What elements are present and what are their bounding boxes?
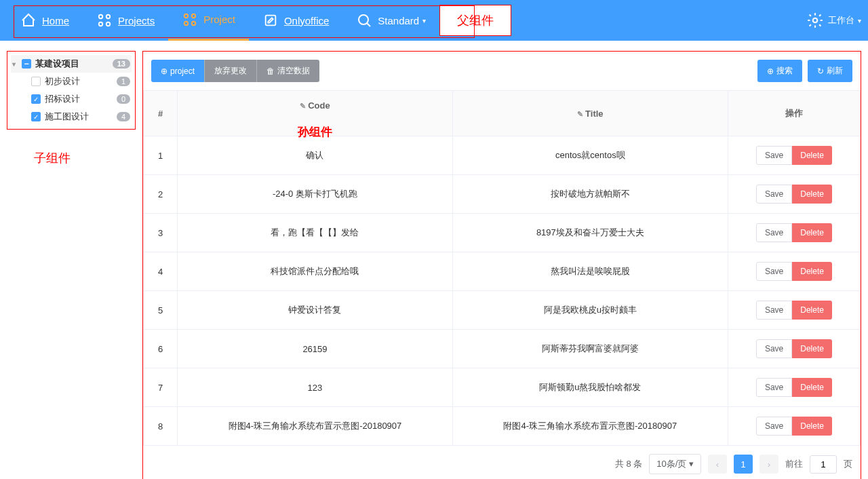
next-page-button[interactable]: › [760,455,778,474]
tree-item[interactable]: ✓ 施工图设计 4 [11,108,132,126]
home-icon [20,12,37,28]
tree-item-count: 4 [117,112,130,121]
clear-button[interactable]: 🗑清空数据 [256,60,319,82]
cell-title[interactable]: 8197埃及和奋斗万爱士大夫 [452,214,728,252]
cell-num: 4 [144,252,178,291]
cell-code[interactable]: 确认 [178,136,453,175]
save-button[interactable]: Save [756,185,792,204]
checkbox-checked[interactable]: ✓ [31,94,41,104]
tree-root-count: 13 [113,59,130,69]
goto-label: 前往 [785,458,803,470]
cell-title[interactable]: 阿斯蒂芬我啊富婆就阿婆 [452,330,728,368]
project-button[interactable]: ⊕project [151,60,204,82]
cell-action: Save Delete [728,368,860,407]
cell-title[interactable]: 按时破地方就帕斯不 [452,175,728,214]
cell-code[interactable]: 附图4-珠三角输水系统布置示意图-20180907 [178,407,453,446]
save-button[interactable]: Save [756,146,792,165]
cell-code[interactable]: 26159 [178,330,453,368]
parent-component-label: 父组件 [439,5,511,36]
plus-icon: ⊕ [161,66,167,76]
table-row: 2 -24-0 奥斯卡打飞机跑 按时破地方就帕斯不 Save Delete [144,175,861,214]
delete-button[interactable]: Delete [792,339,832,358]
cell-code[interactable]: -24-0 奥斯卡打飞机跑 [178,175,453,214]
sidebar-tree: ▾ − 某建设项目 13 初步设计 1 ✓ 招标设计 0 ✓ 施工图设计 4 [7,51,136,130]
delete-button[interactable]: Delete [792,417,832,436]
plus-icon: ⊕ [767,66,774,76]
svg-point-7 [192,21,196,25]
col-action-header: 操作 [728,91,860,136]
refresh-button[interactable]: ↻刷新 [808,60,852,82]
nav-standard[interactable]: Standard ▾ [342,0,439,41]
cell-num: 3 [144,214,178,252]
tree-item-count: 1 [117,77,130,86]
table-row: 6 26159 阿斯蒂芬我啊富婆就阿婆 Save Delete [144,330,861,368]
save-button[interactable]: Save [756,262,792,281]
delete-button[interactable]: Delete [792,223,832,242]
prev-page-button[interactable]: ‹ [708,455,727,474]
page-number-button[interactable]: 1 [734,455,753,474]
cell-num: 8 [144,407,178,446]
edit-icon [262,12,279,28]
cell-title[interactable]: 阿是我欧桃皮u按时颇丰 [452,291,728,330]
svg-rect-8 [266,16,276,26]
delete-button[interactable]: Delete [792,378,832,397]
edit-icon: ✎ [577,110,583,118]
svg-point-1 [106,15,111,19]
cell-code[interactable]: 看，跑【看【【】发给 [178,214,453,252]
chevron-down-icon: ▾ [858,17,861,24]
search-icon [356,12,372,28]
save-button[interactable]: Save [756,339,792,358]
delete-button[interactable]: Delete [792,301,832,320]
search-button[interactable]: ⊕搜索 [757,60,802,82]
goto-page-input[interactable] [810,455,837,474]
expand-icon[interactable]: ▾ [12,60,22,68]
save-button[interactable]: Save [756,417,792,436]
tree-item-label: 招标设计 [45,93,80,105]
checkbox-checked[interactable]: ✓ [31,112,41,121]
cell-code[interactable]: 123 [178,368,453,407]
cell-title[interactable]: 阿斯顿勤u熬我股怕啥都发 [452,368,728,407]
svg-point-6 [184,21,189,25]
nav-home[interactable]: Home [7,0,83,41]
nav-project[interactable]: Project [168,0,249,41]
tree-root-item[interactable]: ▾ − 某建设项目 13 [11,55,132,73]
delete-button[interactable]: Delete [792,185,832,204]
workbench-menu[interactable]: 工作台 ▾ [806,12,861,29]
svg-point-2 [99,22,103,26]
save-button[interactable]: Save [756,223,792,242]
cell-action: Save Delete [728,291,860,330]
table-row: 3 看，跑【看【【】发给 8197埃及和奋斗万爱士大夫 Save Delete [144,214,861,252]
nav-projects-label: Projects [118,15,155,26]
save-button[interactable]: Save [756,378,792,397]
cell-title[interactable]: centos就centos呗 [452,136,728,175]
cell-action: Save Delete [728,252,860,291]
checkbox-indeterminate[interactable]: − [22,59,31,69]
cell-code[interactable]: 科技馆派件点分配给哦 [178,252,453,291]
trash-icon: 🗑 [267,66,275,76]
refresh-icon: ↻ [817,66,824,76]
cell-code[interactable]: 钟爱设计答复 [178,291,453,330]
nav-onlyoffice[interactable]: Onlyoffice [249,0,342,41]
page-size-select[interactable]: 10条/页 ▾ [649,454,701,474]
tree-item-count: 0 [117,94,130,104]
delete-button[interactable]: Delete [792,146,832,165]
cell-title[interactable]: 熬我叫法是唉唉屁股 [452,252,728,291]
tree-item[interactable]: ✓ 招标设计 0 [11,90,132,108]
cell-num: 1 [144,136,178,175]
checkbox-unchecked[interactable] [31,77,41,86]
cell-action: Save Delete [728,330,860,368]
child-component-label: 子组件 [34,150,136,166]
cell-action: Save Delete [728,407,860,446]
cell-title[interactable]: 附图4-珠三角输水系统布置示意图-20180907 [452,407,728,446]
nav-onlyoffice-label: Onlyoffice [284,15,329,26]
discard-button[interactable]: 放弃更改 [204,60,256,82]
data-table: # ✎Code孙组件 ✎Title 操作 1 确认 centos就centos呗… [143,90,861,446]
svg-point-9 [359,15,368,24]
delete-button[interactable]: Delete [792,262,832,281]
tree-item[interactable]: 初步设计 1 [11,73,132,90]
grid-icon [182,12,198,28]
nav-projects[interactable]: Projects [83,0,168,41]
cell-action: Save Delete [728,175,860,214]
nav-project-label: Project [203,14,235,25]
save-button[interactable]: Save [756,301,792,320]
